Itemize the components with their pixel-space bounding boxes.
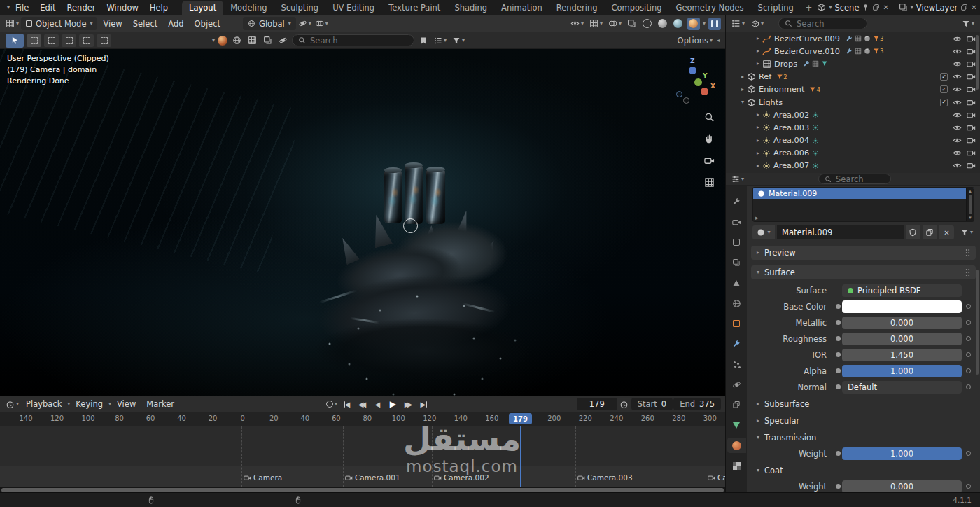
- light-data-icon[interactable]: [812, 162, 819, 169]
- layers-icon-button[interactable]: [261, 34, 274, 47]
- tab-scene[interactable]: [727, 275, 746, 291]
- menu-add[interactable]: Add: [163, 19, 188, 29]
- outliner-row-light[interactable]: ▸ Area.003: [726, 121, 980, 134]
- timeline-marker[interactable]: Ca: [708, 473, 725, 482]
- tab-texture[interactable]: [727, 458, 746, 473]
- new-material-button[interactable]: [923, 225, 937, 239]
- surface-shader-dropdown[interactable]: Principled BSDF: [842, 284, 962, 297]
- outliner-filter-button[interactable]: ▾: [960, 18, 976, 30]
- pan-button[interactable]: [701, 131, 717, 146]
- slot-specials-icon[interactable]: ▸: [755, 214, 759, 221]
- render-camera-toggle[interactable]: [967, 123, 976, 132]
- node-socket[interactable]: [834, 368, 842, 373]
- hide-eye-toggle[interactable]: [953, 111, 962, 120]
- copy-icon[interactable]: [960, 4, 968, 11]
- play-button[interactable]: ▶: [386, 398, 400, 411]
- tab-object[interactable]: [727, 316, 746, 331]
- material-data-icon[interactable]: [864, 48, 871, 55]
- menu-keying[interactable]: Keying: [71, 399, 108, 409]
- use-preview-range-toggle[interactable]: [618, 398, 631, 410]
- scroll-up-icon[interactable]: ▴: [969, 188, 972, 194]
- material-filter-button[interactable]: ▾: [959, 226, 974, 239]
- chevron-down-icon[interactable]: ▾: [703, 21, 706, 27]
- base-color-swatch[interactable]: [842, 300, 962, 313]
- select-mode-extend[interactable]: [44, 34, 59, 47]
- funnel-icon[interactable]: [821, 60, 828, 67]
- axis-neg-ball[interactable]: [683, 97, 690, 104]
- outliner-search[interactable]: [778, 18, 867, 29]
- menu-render[interactable]: Render: [62, 0, 102, 15]
- collapse-panel-icon[interactable]: ◂: [717, 38, 720, 43]
- ortho-toggle-button[interactable]: [701, 174, 717, 190]
- frame-end-field[interactable]: End 375: [673, 398, 721, 410]
- view-icon-button[interactable]: [230, 34, 243, 47]
- display-mode-button[interactable]: ▾: [750, 18, 765, 30]
- tab-modeling[interactable]: Modeling: [223, 1, 274, 15]
- visibility-dropdown[interactable]: ▾: [569, 18, 585, 30]
- collection-checkbox[interactable]: ✓: [940, 85, 948, 93]
- light-data-icon[interactable]: [812, 111, 819, 118]
- viewport-search[interactable]: [292, 34, 414, 46]
- tab-animation[interactable]: Animation: [494, 1, 550, 15]
- slot-list-scrollbar[interactable]: ▴ ▾: [966, 188, 974, 221]
- select-mode-set[interactable]: [27, 34, 41, 47]
- geometry-nodes-icon[interactable]: [855, 35, 862, 42]
- expand-icon[interactable]: ▸: [757, 163, 760, 169]
- properties-editor-type-button[interactable]: ▾: [730, 173, 746, 186]
- xray-toggle[interactable]: [626, 18, 638, 30]
- proportional-edit-toggle[interactable]: ▾: [314, 18, 330, 30]
- expand-icon[interactable]: ▸: [757, 151, 760, 156]
- current-frame-field[interactable]: 179: [577, 398, 617, 410]
- next-keyframe-button[interactable]: ▶▶: [401, 398, 416, 411]
- collapse-icon[interactable]: ▾: [741, 99, 744, 105]
- timeline-marker[interactable]: Camera: [244, 473, 282, 482]
- shading-material-button[interactable]: [672, 18, 685, 30]
- node-socket[interactable]: [834, 451, 842, 456]
- outliner-scrollbar[interactable]: [976, 35, 979, 90]
- hide-eye-toggle[interactable]: [953, 47, 962, 56]
- chevron-down-icon[interactable]: ▾: [829, 5, 832, 11]
- tab-rendering[interactable]: Rendering: [550, 1, 605, 15]
- menu-file[interactable]: File: [10, 0, 34, 15]
- expand-icon[interactable]: ▸: [757, 48, 760, 54]
- render-camera-toggle[interactable]: [967, 72, 976, 81]
- panel-specular[interactable]: ▸ Specular: [747, 413, 980, 429]
- hide-eye-toggle[interactable]: [953, 34, 962, 43]
- close-icon[interactable]: ✕: [971, 4, 976, 11]
- render-camera-toggle[interactable]: [967, 34, 976, 43]
- timeline-marker[interactable]: Camera.002: [434, 473, 489, 482]
- search-input[interactable]: [310, 36, 408, 46]
- shading-solid-button[interactable]: [657, 18, 669, 30]
- modifier-wrench-icon[interactable]: [846, 35, 853, 42]
- pin-icon[interactable]: [862, 4, 869, 11]
- select-mode-intersect[interactable]: [97, 34, 111, 47]
- jump-to-end-button[interactable]: ▶: [416, 398, 431, 411]
- outliner-row-light[interactable]: ▸ Area.006: [726, 147, 980, 160]
- material-data-icon[interactable]: [864, 35, 871, 42]
- material-name-input[interactable]: [777, 228, 904, 237]
- node-socket[interactable]: [834, 352, 842, 357]
- node-socket[interactable]: [834, 320, 842, 325]
- scene-selector[interactable]: ▾ Scene ✕: [817, 3, 888, 13]
- snap-toggle[interactable]: ▾: [297, 18, 313, 30]
- axis-x-ball[interactable]: [701, 88, 708, 95]
- tab-constraints[interactable]: [727, 397, 746, 412]
- tab-layout[interactable]: Layout: [182, 1, 223, 15]
- render-camera-toggle[interactable]: [967, 161, 976, 170]
- hide-eye-toggle[interactable]: [953, 85, 962, 94]
- drag-grip-icon[interactable]: [965, 268, 970, 277]
- outliner-row[interactable]: ▸ BezierCurve.010 3: [726, 45, 980, 57]
- filter-button[interactable]: ▾: [451, 34, 466, 47]
- material-slot-list[interactable]: Material.009 ▴ ▾ ▸: [752, 187, 974, 222]
- keyframe-decorator[interactable]: [962, 336, 974, 341]
- frame-start-field[interactable]: Start 0: [631, 398, 673, 410]
- axis-neg-ball[interactable]: [676, 91, 682, 97]
- collection-checkbox[interactable]: ✓: [940, 99, 948, 106]
- mode-dropdown[interactable]: Object Mode ▾: [21, 17, 97, 30]
- tab-output[interactable]: [727, 235, 746, 250]
- metallic-slider[interactable]: 0.000: [842, 317, 962, 329]
- hide-eye-toggle[interactable]: [953, 136, 962, 145]
- node-socket[interactable]: [834, 384, 842, 389]
- light-data-icon[interactable]: [812, 124, 819, 131]
- properties-search-input[interactable]: [836, 174, 885, 184]
